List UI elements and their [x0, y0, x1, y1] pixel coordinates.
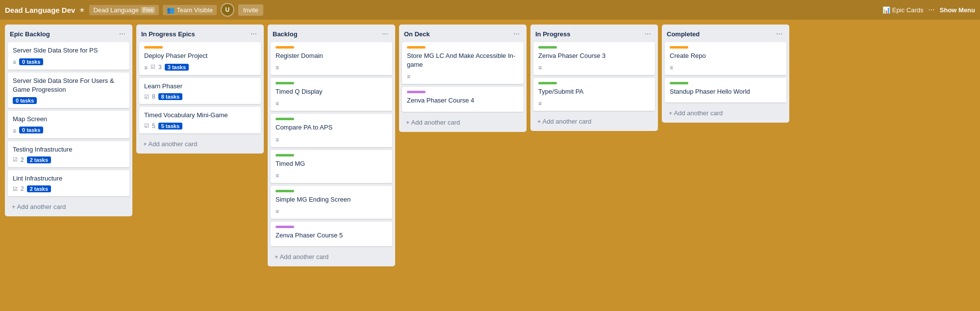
column-header-on-deck: On Deck···	[399, 25, 527, 42]
card-title-c17: Zenva Phaser Course 3	[538, 52, 650, 60]
card-c20[interactable]: Standup Phaser Hello World	[665, 78, 786, 103]
star-icon[interactable]: ★	[79, 6, 85, 14]
column-menu-epic-backlog[interactable]: ···	[117, 28, 127, 39]
column-cards-in-progress-epics: Deploy Phaser Project≡☑33 tasksLearn Pha…	[136, 42, 264, 136]
task-badge: 3 tasks	[165, 64, 189, 71]
card-footer-c4: ☑22 tasks	[13, 156, 125, 163]
description-icon: ≡	[13, 128, 16, 134]
team-visibility[interactable]: 👥 Team Visible	[163, 5, 216, 15]
add-card-backlog[interactable]: + Add another card	[271, 250, 392, 263]
invite-button[interactable]: Invite	[238, 4, 263, 16]
column-title-in-progress: In Progress	[535, 30, 571, 38]
card-footer-c7: ☑88 tasks	[144, 93, 256, 100]
add-card-completed[interactable]: + Add another card	[665, 106, 786, 120]
add-card-in-progress[interactable]: + Add another card	[533, 115, 655, 128]
card-footer-c13: ≡	[276, 207, 387, 215]
card-footer-c10: ≡	[276, 99, 387, 107]
card-title-c15: Store MG LC And Make Accessible In-game	[407, 52, 519, 69]
workspace-selector[interactable]: Dead Language Free	[89, 5, 159, 15]
checklist-icon: ☑	[144, 123, 149, 129]
card-label-c9	[276, 46, 294, 49]
checklist-count: 8	[152, 93, 155, 100]
avatar[interactable]: U	[221, 3, 234, 17]
column-cards-epic-backlog: Server Side Data Store for PS≡0 tasksSer…	[5, 42, 132, 199]
column-title-in-progress-epics: In Progress Epics	[141, 30, 195, 38]
card-c11[interactable]: Compare PA to APS≡	[271, 114, 392, 147]
task-badge: 0 tasks	[19, 127, 43, 133]
card-label-c13	[276, 190, 294, 192]
card-c7[interactable]: Learn Phaser☑88 tasks	[139, 78, 261, 104]
card-footer-c1: ≡0 tasks	[13, 57, 125, 66]
column-menu-completed[interactable]: ···	[774, 28, 784, 39]
column-menu-on-deck[interactable]: ···	[511, 28, 522, 39]
card-title-c9: Register Domain	[276, 52, 387, 60]
card-c6[interactable]: Deploy Phaser Project≡☑33 tasks	[139, 42, 261, 75]
card-title-c5: Lint Infrastructure	[13, 174, 125, 183]
checklist-icon: ☑	[151, 64, 155, 70]
card-c1[interactable]: Server Side Data Store for PS≡0 tasks	[8, 42, 129, 70]
task-badge: 2 tasks	[27, 185, 51, 192]
column-completed: Completed···Create Repo≡Standup Phaser H…	[662, 25, 789, 123]
column-menu-in-progress[interactable]: ···	[643, 28, 653, 39]
card-c14[interactable]: Zenva Phaser Course 5	[271, 222, 392, 246]
card-c8[interactable]: Timed Vocabulary Mini-Game☑55 tasks	[139, 107, 261, 133]
card-label-c16	[407, 91, 426, 93]
card-c18[interactable]: Type/Submit PA≡	[533, 78, 655, 111]
task-badge: 5 tasks	[158, 123, 182, 130]
column-header-epic-backlog: Epic Backlog···	[5, 25, 132, 42]
card-c16[interactable]: Zenva Phaser Course 4	[402, 87, 524, 111]
card-c2[interactable]: Server Side Data Store For Users & Game …	[8, 73, 129, 107]
show-menu-button[interactable]: Show Menu	[940, 6, 975, 14]
card-c13[interactable]: Simple MG Ending Screen≡	[271, 186, 392, 219]
column-title-epic-backlog: Epic Backlog	[10, 30, 50, 38]
board-title[interactable]: Dead Language Dev	[5, 6, 75, 14]
card-c12[interactable]: Timed MG≡	[271, 150, 392, 183]
description-icon: ≡	[276, 64, 279, 71]
card-c5[interactable]: Lint Infrastructure☑22 tasks	[8, 170, 129, 196]
add-card-epic-backlog[interactable]: + Add another card	[8, 200, 129, 213]
card-c4[interactable]: Testing Infrastructure☑22 tasks	[8, 141, 129, 167]
card-title-c13: Simple MG Ending Screen	[276, 195, 387, 204]
card-footer-c18: ≡	[538, 99, 650, 107]
card-c19[interactable]: Create Repo≡	[665, 42, 786, 75]
column-cards-completed: Create Repo≡Standup Phaser Hello World	[662, 42, 789, 105]
description-icon: ≡	[276, 172, 279, 179]
card-footer-c11: ≡	[276, 135, 387, 143]
card-title-c20: Standup Phaser Hello World	[670, 87, 781, 96]
card-footer-c17: ≡	[538, 63, 650, 71]
column-menu-backlog[interactable]: ···	[380, 28, 390, 39]
card-title-c11: Compare PA to APS	[276, 123, 387, 132]
card-label-c20	[670, 82, 688, 84]
card-footer-c19: ≡	[670, 63, 781, 71]
card-label-c14	[276, 226, 294, 228]
column-cards-in-progress: Zenva Phaser Course 3≡Type/Submit PA≡	[530, 42, 658, 114]
team-icon: 👥	[167, 6, 175, 14]
card-footer-c8: ☑55 tasks	[144, 123, 256, 130]
task-badge: 0 tasks	[19, 58, 43, 65]
column-backlog: Backlog···Register Domain≡Timed Q Displa…	[268, 25, 395, 266]
add-card-in-progress-epics[interactable]: + Add another card	[139, 137, 261, 151]
card-title-c12: Timed MG	[276, 159, 387, 168]
card-label-c19	[670, 46, 688, 49]
header-right-actions: 📊 Epic Cards ··· Show Menu	[882, 5, 975, 14]
card-c15[interactable]: Store MG LC And Make Accessible In-game≡	[402, 42, 524, 84]
card-label-c12	[276, 154, 294, 156]
card-c10[interactable]: Timed Q Display≡	[271, 78, 392, 111]
card-c3[interactable]: Map Screen≡0 tasks	[8, 111, 129, 138]
board: Epic Backlog···Server Side Data Store fo…	[0, 20, 980, 311]
card-footer-c3: ≡0 tasks	[13, 126, 125, 134]
epic-cards-button[interactable]: 📊 Epic Cards	[882, 6, 924, 14]
task-badge: 0 tasks	[13, 97, 37, 104]
column-header-backlog: Backlog···	[268, 25, 395, 42]
column-menu-in-progress-epics[interactable]: ···	[249, 28, 259, 39]
checklist-icon: ☑	[13, 156, 18, 163]
checklist-count: 5	[152, 123, 155, 130]
add-card-on-deck[interactable]: + Add another card	[402, 116, 524, 129]
column-title-backlog: Backlog	[273, 30, 298, 38]
card-title-c4: Testing Infrastructure	[13, 145, 125, 154]
card-c9[interactable]: Register Domain≡	[271, 42, 392, 75]
more-options-icon[interactable]: ···	[928, 5, 934, 14]
card-c17[interactable]: Zenva Phaser Course 3≡	[533, 42, 655, 75]
card-label-c17	[538, 46, 557, 49]
workspace-name: Dead Language	[93, 6, 139, 14]
